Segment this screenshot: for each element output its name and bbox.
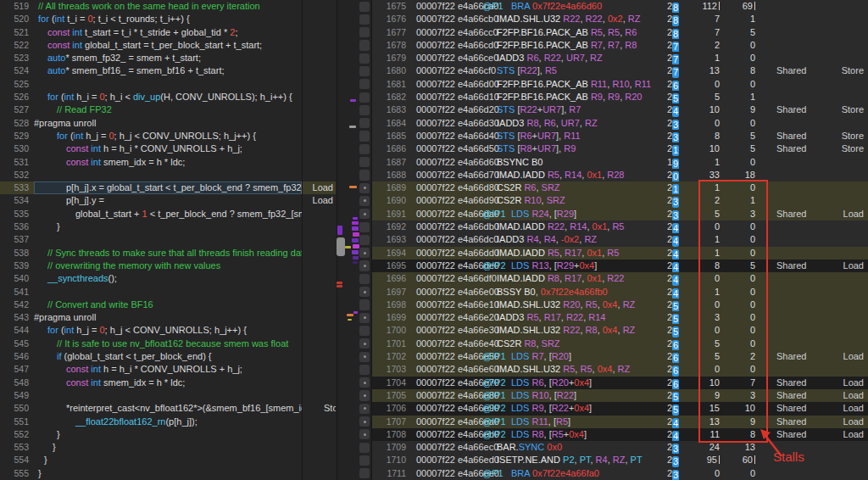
memory-access-type-label: Load	[813, 416, 864, 428]
source-line[interactable]: 520for (int t_i = 0; t_i < t_rounds; t_i…	[0, 13, 336, 25]
sass-row[interactable]: 171100007f22 e4a66ee0@P1BRA 0x7f22e4a66f…	[372, 467, 868, 480]
stalls-value-secondary: 0	[723, 52, 755, 64]
source-line[interactable]: 527// Read FP32	[0, 103, 336, 116]
source-line[interactable]: 523auto* smem_fp32_ = smem + t_start;	[0, 52, 336, 64]
stalls-value-secondary: 0	[723, 272, 755, 285]
source-panel: 519// All threads work on the same head …	[0, 0, 336, 480]
sass-row[interactable]: 167700007f22 e4a66cc0F2FP.BF16.PACK_AB R…	[372, 26, 868, 39]
sass-row[interactable]: 169900007f22 e4a66e20IADD3 R5, R17, R22,…	[372, 311, 868, 324]
source-line[interactable]: 529for (int h_j = 0; h_j < CONV_UNROLLS;…	[0, 130, 336, 142]
source-line[interactable]: 551__float22bfloat162_rn(p[h_j]);	[0, 416, 336, 428]
sass-row[interactable]: 170800007f22 e4a66eb0@!P2LDS R8, [R5+0x4…	[372, 428, 868, 441]
stalls-value-secondary: 0	[723, 233, 755, 246]
sass-row[interactable]: 168700007f22 e4a66d60BSYNC B01910	[372, 156, 868, 169]
source-line[interactable]: 532	[0, 169, 336, 181]
sass-row[interactable]: 169800007f22 e4a66e10IMAD.SHL.U32 R20, R…	[372, 299, 868, 311]
sass-row[interactable]: 169400007f22 e4a66dd0IMAD.IADD R5, R17, …	[372, 247, 868, 260]
stalls-value-primary: 8	[682, 130, 720, 142]
sass-line-number: 1708	[372, 428, 406, 441]
register-heat-badge: 4	[672, 236, 679, 247]
source-line[interactable]: 546if (global_t_start < t_per_block_end)…	[0, 350, 336, 363]
sass-row[interactable]: 168600007f22 e4a66d50STS [R8+UR7], R9211…	[372, 142, 868, 155]
sass-line-number: 1677	[372, 26, 406, 39]
stalls-value-secondary: 5	[723, 260, 755, 272]
sass-row[interactable]: 168100007f22 e4a66d00F2FP.BF16.PACK_AB R…	[372, 78, 868, 91]
source-column-divider[interactable]	[302, 0, 303, 480]
source-line[interactable]: 531const int smem_idx = h * ldc;	[0, 156, 336, 169]
sass-row[interactable]: 170300007f22 e4a66e60IMAD.SHL.U32 R5, R5…	[372, 363, 868, 376]
stalls-value-primary: 24	[682, 441, 720, 454]
live-registers: 25	[645, 311, 679, 325]
heat-box	[359, 2, 370, 12]
scrollbar-thumb[interactable]	[337, 237, 345, 256]
source-line[interactable]: 552}	[0, 428, 336, 441]
source-line[interactable]: 548const int smem_idx = h * ldc;	[0, 377, 336, 389]
source-line[interactable]: 536}	[0, 220, 336, 233]
sass-row[interactable]: 170700007f22 e4a66ea0@!P1LDS R11, [R5]24…	[372, 416, 868, 428]
source-line[interactable]: 535global_t_start + 1 < t_per_block_end …	[0, 208, 336, 220]
sass-row[interactable]: 167600007f22 e4a66cb0IMAD.SHL.U32 R22, R…	[372, 13, 868, 25]
live-registers: 27	[645, 39, 679, 53]
source-line[interactable]: 541	[0, 286, 336, 299]
sass-row[interactable]: 169500007f22 e4a66de0@!P2LDS R13, [R29+0…	[372, 260, 868, 272]
sass-row[interactable]: 168200007f22 e4a66d10F2FP.BF16.PACK_AB R…	[372, 91, 868, 103]
source-line[interactable]: 537	[0, 233, 336, 246]
source-line[interactable]: 555}	[0, 467, 336, 480]
sass-row[interactable]: 170200007f22 e4a66e50@!P1LDS R7, [R20]26…	[372, 350, 868, 363]
source-line[interactable]: 530const int h = h_i * CONV_UNROLLS + h_…	[0, 142, 336, 155]
source-line[interactable]: 525	[0, 78, 336, 91]
sass-row[interactable]: 168000007f22 e4a66cf0STS [R22], R527138S…	[372, 64, 868, 77]
source-line[interactable]: 519// All threads work on the same head …	[0, 0, 336, 13]
line-number: 530	[0, 142, 29, 155]
sass-row[interactable]: 169100007f22 e4a66da0@!P1LDS R24, [R29]2…	[372, 208, 868, 220]
stalls-value-primary: 11	[682, 428, 720, 441]
source-line[interactable]: 543#pragma unroll	[0, 311, 336, 324]
register-heat-badge: 0	[672, 171, 679, 182]
sass-row[interactable]: 169600007f22 e4a66df0IMAD.IADD R8, R17, …	[372, 272, 868, 285]
source-line[interactable]: 539// overwriting the memory with new va…	[0, 260, 336, 272]
sass-row[interactable]: 170100007f22 e4a66e40CS2R R8, SRZ2650	[372, 338, 868, 350]
sass-row[interactable]: 168800007f22 e4a66d70IMAD.IADD R5, R14, …	[372, 169, 868, 181]
heat-box	[359, 79, 370, 89]
sass-row[interactable]: 169700007f22 e4a66e00BSSY B0, 0x7f22e4a6…	[372, 286, 868, 299]
source-line[interactable]: 533p[h_j].x = global_t_start < t_per_blo…	[0, 181, 336, 194]
source-line[interactable]: 528#pragma unroll	[0, 117, 336, 130]
source-line[interactable]: 542// Convert and write BF16	[0, 299, 336, 311]
sass-row[interactable]: 168500007f22 e4a66d40STS [R6+UR7], R1123…	[372, 130, 868, 142]
sass-row[interactable]: 168900007f22 e4a66d80CS2R R6, SRZ2110	[372, 181, 868, 194]
line-number: 543	[0, 311, 29, 324]
source-line[interactable]: 521const int t_start = t_i * t_stride + …	[0, 26, 336, 39]
source-line[interactable]: 549	[0, 389, 336, 402]
memory-access-type-label: Load	[813, 377, 864, 389]
source-line[interactable]: 550*reinterpret_cast<nv_bfloat162*>(&sme…	[0, 402, 336, 415]
line-number: 533	[0, 181, 29, 194]
source-line[interactable]: 540__syncthreads();	[0, 272, 336, 285]
sass-row[interactable]: 167500007f22 e4a66ca0@P1BRA 0x7f22e4a66d…	[372, 0, 868, 13]
sass-row[interactable]: 170600007f22 e4a66e90@!P2LDS R9, [R22+0x…	[372, 402, 868, 415]
sample-dot-icon	[364, 433, 366, 436]
source-line[interactable]: 522const int global_t_start = t_per_bloc…	[0, 39, 336, 52]
source-line[interactable]: 538// Sync threads to make sure that all…	[0, 247, 336, 260]
source-line[interactable]: 547const int h = h_i * CONV_UNROLLS + h_…	[0, 363, 336, 376]
live-registers: 24	[645, 260, 679, 273]
sass-row[interactable]: 167900007f22 e4a66ce0IADD3 R6, R22, UR7,…	[372, 52, 868, 64]
source-line[interactable]: 544for (int h_j = 0; h_j < CONV_UNROLLS;…	[0, 324, 336, 337]
source-line[interactable]: 524auto* smem_bf16_ = smem_bf16 + t_star…	[0, 64, 336, 77]
live-registers: 23	[645, 208, 679, 221]
sass-row[interactable]: 170400007f22 e4a66e70@!P2LDS R6, [R20+0x…	[372, 377, 868, 389]
source-line[interactable]: 554}	[0, 454, 336, 466]
sass-row[interactable]: 168400007f22 e4a66d30IADD3 R8, R6, UR7, …	[372, 117, 868, 130]
sass-row[interactable]: 170000007f22 e4a66e30IMAD.SHL.U32 R22, R…	[372, 324, 868, 337]
sass-row[interactable]: 167800007f22 e4a66cd0F2FP.BF16.PACK_AB R…	[372, 39, 868, 52]
sass-row[interactable]: 169300007f22 e4a66dc0IADD3 R4, R4, -0x2,…	[372, 233, 868, 246]
heat-box	[359, 299, 370, 310]
source-line[interactable]: 526for (int h_i = 0; h_i < div_up(H, CON…	[0, 91, 336, 103]
stalls-value-primary: 33	[682, 169, 720, 181]
source-line[interactable]: 534p[h_j].y =Load	[0, 194, 336, 207]
source-line[interactable]: 553}	[0, 441, 336, 454]
sass-row[interactable]: 169000007f22 e4a66d90CS2R R10, SRZ2321	[372, 194, 868, 207]
sass-row[interactable]: 170500007f22 e4a66e80@!P1LDS R10, [R22]2…	[372, 389, 868, 402]
source-line[interactable]: 545// It is safe to use nv_bfloat162 bec…	[0, 338, 336, 350]
sass-row[interactable]: 168300007f22 e4a66d20STS [R22+UR7], R724…	[372, 103, 868, 116]
sass-row[interactable]: 169200007f22 e4a66db0IMAD.IADD R22, R14,…	[372, 220, 868, 233]
